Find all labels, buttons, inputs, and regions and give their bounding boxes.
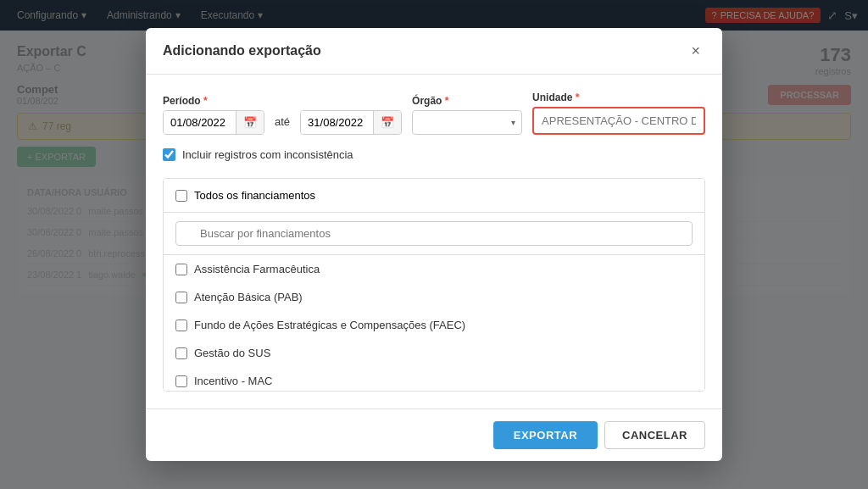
export-modal: Adicionando exportação × Período * 📅 (146, 28, 722, 461)
date-start-input-wrapper: 📅 (163, 110, 264, 135)
todos-financiamentos-header: Todos os financiamentos (164, 179, 704, 213)
todos-checkbox[interactable] (175, 190, 187, 202)
periodo-label: Período * (163, 95, 264, 107)
item-label-0: Assistência Farmacêutica (194, 263, 320, 275)
list-item[interactable]: Assistência Farmacêutica (164, 255, 704, 283)
search-financiamentos-input[interactable] (175, 221, 693, 246)
search-box: 🔍 (164, 213, 704, 255)
item-label-1: Atenção Básica (PAB) (194, 291, 303, 303)
list-item[interactable]: Atenção Básica (PAB) (164, 283, 704, 311)
item-checkbox-1[interactable] (175, 292, 187, 303)
modal-body: Período * 📅 até 📅 (146, 75, 722, 408)
unidade-group: Unidade * (532, 92, 705, 135)
orgao-select-wrapper: ▾ (412, 110, 522, 135)
modal-footer: EXPORTAR CANCELAR (146, 408, 722, 461)
item-checkbox-3[interactable] (175, 347, 187, 359)
calendar-start-button[interactable]: 📅 (236, 111, 264, 134)
modal-header: Adicionando exportação × (146, 28, 722, 75)
item-label-3: Gestão do SUS (194, 347, 270, 359)
item-checkbox-0[interactable] (175, 264, 187, 275)
modal-close-button[interactable]: × (686, 42, 705, 60)
ate-label: até (275, 115, 290, 135)
cancelar-button[interactable]: CANCELAR (604, 421, 705, 449)
unidade-input[interactable] (535, 109, 703, 132)
orgao-select[interactable] (412, 110, 522, 135)
list-item[interactable]: Incentivo - MAC (164, 367, 704, 391)
item-label-2: Fundo de Ações Estratégicas e Compensaçõ… (194, 319, 465, 331)
date-start-input[interactable] (164, 111, 236, 134)
unidade-label: Unidade * (532, 92, 705, 103)
exportar-button[interactable]: EXPORTAR (493, 421, 598, 449)
date-end-input-wrapper: 📅 (300, 110, 402, 135)
financiamento-list: Assistência Farmacêutica Atenção Básica … (164, 255, 704, 391)
modal-overlay: Adicionando exportação × Período * 📅 (0, 0, 868, 489)
orgao-group: Órgão * ▾ (412, 95, 522, 135)
search-wrapper: 🔍 (175, 221, 693, 246)
periodo-group: Período * 📅 (163, 95, 264, 135)
unidade-input-wrapper (532, 107, 705, 135)
checkbox-row: Incluir registros com inconsistência (163, 148, 705, 161)
checkbox-label: Incluir registros com inconsistência (182, 148, 353, 161)
calendar-end-button[interactable]: 📅 (373, 111, 401, 134)
list-item[interactable]: Gestão do SUS (164, 339, 704, 367)
inconsistencia-checkbox[interactable] (163, 148, 175, 161)
todos-label: Todos os financiamentos (194, 189, 315, 202)
item-checkbox-4[interactable] (175, 375, 187, 387)
list-item[interactable]: Fundo de Ações Estratégicas e Compensaçõ… (164, 311, 704, 339)
item-checkbox-2[interactable] (175, 320, 187, 331)
form-period-row: Período * 📅 até 📅 (163, 92, 705, 135)
financiamentos-box: Todos os financiamentos 🔍 Assistência Fa… (163, 178, 705, 392)
date-end-input[interactable] (301, 111, 373, 134)
date-end-group: 📅 (300, 95, 402, 135)
item-label-4: Incentivo - MAC (194, 375, 272, 387)
modal-title: Adicionando exportação (163, 43, 321, 58)
orgao-label: Órgão * (412, 95, 522, 107)
